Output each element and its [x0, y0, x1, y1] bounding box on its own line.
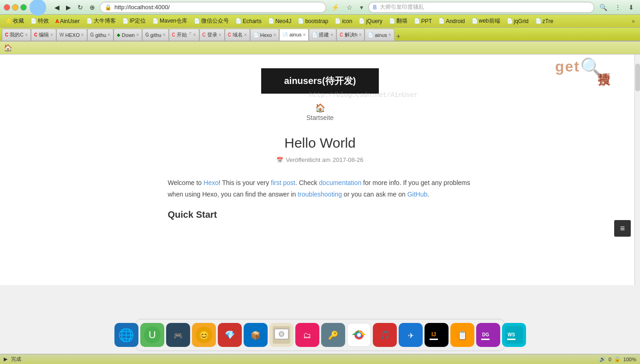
tab-myc[interactable]: C 我的C ×: [2, 29, 31, 41]
bookmark-fanqiang[interactable]: 📄 翻墙: [386, 16, 410, 26]
dock-intellij[interactable]: IJ: [425, 323, 449, 347]
tab-close-btn[interactable]: ×: [273, 32, 276, 37]
bookmark-daniu[interactable]: 📄 大牛博客: [84, 16, 119, 26]
tab-domain[interactable]: C 域名 ×: [225, 29, 250, 41]
documentation-link[interactable]: documentation: [319, 179, 361, 186]
tab-start[interactable]: C 开始「 ×: [169, 29, 199, 41]
startseite-link[interactable]: Startseite: [306, 114, 334, 121]
home-button[interactable]: 🏠: [4, 44, 12, 52]
tab-favicon: W: [60, 32, 64, 37]
dock-virtualbox[interactable]: 📦: [244, 323, 268, 347]
bookmark-effects[interactable]: 📄 特效: [28, 16, 52, 26]
bookmark-jquery[interactable]: 📄 jQuery: [356, 17, 385, 25]
back-button[interactable]: ◀: [53, 3, 61, 12]
search-button[interactable]: 🔍: [597, 3, 610, 12]
svg-text:📦: 📦: [251, 330, 261, 340]
tab-github2[interactable]: G githu ×: [142, 29, 168, 41]
dock-utraeditor[interactable]: U: [140, 323, 164, 347]
tab-close-btn[interactable]: ×: [50, 32, 53, 37]
new-tab-button[interactable]: +: [395, 32, 402, 41]
dock-app4[interactable]: 😊: [192, 323, 216, 347]
download-button[interactable]: ⬇: [626, 3, 636, 12]
tab-favicon: C: [228, 32, 231, 37]
github-link[interactable]: GitHub: [407, 191, 428, 198]
bookmark-ppt[interactable]: 📄 PPT: [411, 17, 435, 25]
dock-keka[interactable]: 🗂: [295, 323, 319, 347]
bookmark-wechat[interactable]: 📄 微信公众号: [191, 16, 232, 26]
avatar: [30, 0, 46, 16]
tab-ainusers[interactable]: 📄 ainus ×: [279, 29, 309, 41]
tab-solve[interactable]: C 解决h ×: [336, 29, 365, 41]
tab-close-btn[interactable]: ×: [193, 32, 196, 37]
address-bar[interactable]: 🔒 http://localhost:4000/: [100, 2, 326, 13]
hexo-link[interactable]: Hexo: [203, 179, 219, 186]
bookmark-label: jqGrid: [514, 18, 529, 24]
bookmark-ip[interactable]: 📄 IP定位: [120, 16, 149, 26]
tab-login[interactable]: C 登录 ×: [199, 29, 225, 41]
post-date: 2017-08-26: [333, 156, 364, 163]
tab-close-btn[interactable]: ×: [389, 32, 391, 37]
minimize-window-btn[interactable]: [12, 4, 18, 11]
tab-hexo2[interactable]: 📄 Hexo ×: [250, 29, 280, 41]
bookmark-neo4j[interactable]: 📄 Neo4J: [265, 17, 294, 25]
dock-steam[interactable]: 🎮: [166, 323, 190, 347]
lightning-btn[interactable]: ⚡: [329, 3, 341, 12]
tab-close-btn[interactable]: ×: [219, 32, 221, 37]
bookmark-android[interactable]: 📄 Android: [436, 17, 467, 25]
bookmark-maven[interactable]: 📄 Maven仓库: [150, 16, 190, 26]
bookmark-jqgrid[interactable]: 📄 jqGrid: [504, 17, 532, 25]
tab-close-btn[interactable]: ×: [163, 32, 166, 37]
search-bar[interactable]: B 大师引发印度骚乱: [368, 2, 595, 13]
close-window-btn[interactable]: [4, 4, 10, 11]
dock-datagrip[interactable]: DG: [476, 323, 500, 347]
tab-close-btn[interactable]: ×: [25, 32, 28, 37]
dock-dingtalk[interactable]: ✈: [399, 323, 423, 347]
dock-ruby[interactable]: 💎: [218, 323, 242, 347]
dock-copyclip[interactable]: 📋: [450, 323, 474, 347]
tab-close-btn[interactable]: ×: [136, 32, 139, 37]
tab-close-btn[interactable]: ×: [81, 32, 84, 37]
reload-button[interactable]: ↻: [76, 3, 85, 12]
maven-icon: 📄: [152, 18, 159, 24]
tab-close-btn[interactable]: ×: [108, 32, 110, 37]
tab-setup[interactable]: 📄 搭建 ×: [309, 29, 336, 41]
star-btn[interactable]: ☆: [344, 3, 355, 12]
troubleshooting-link[interactable]: troubleshooting: [298, 191, 342, 198]
maximize-window-btn[interactable]: [20, 4, 27, 11]
first-post-link[interactable]: first post: [271, 179, 295, 186]
svg-text:DG: DG: [482, 332, 489, 337]
tab-close-btn[interactable]: ×: [359, 32, 362, 37]
scrollbar[interactable]: [634, 54, 640, 285]
bookmark-label: jQuery: [366, 18, 382, 24]
bookmark-label: bootstrap: [305, 18, 328, 24]
dock-chrome[interactable]: [347, 323, 371, 347]
dock-capture[interactable]: [269, 323, 293, 347]
dock-keychain[interactable]: 🔑: [321, 323, 345, 347]
bookmark-collect[interactable]: ⭐ 收藏: [3, 16, 27, 26]
tab-edit[interactable]: C 编辑 ×: [31, 29, 56, 41]
bookmark-echarts[interactable]: 📄 Echarts: [233, 17, 264, 25]
dock-netease[interactable]: 🎵: [373, 323, 397, 347]
system-tray: 🔊 0 🔒 100%: [599, 356, 636, 362]
tab-close-btn[interactable]: ×: [303, 32, 306, 37]
bookmark-icon[interactable]: 📄 icon: [332, 17, 355, 25]
menu-fab-button[interactable]: ≡: [614, 220, 631, 237]
tab-hexo[interactable]: W HEXO ×: [56, 29, 87, 41]
bookmark-bootstrap[interactable]: 📄 bootstrap: [295, 17, 331, 25]
nav-extra-button[interactable]: ⊕: [88, 3, 97, 12]
tab-close-btn[interactable]: ×: [244, 32, 247, 37]
tab-down[interactable]: ◆ Down ×: [114, 29, 142, 41]
tab-close-btn[interactable]: ×: [330, 32, 333, 37]
dock-webstorm[interactable]: WS: [502, 323, 526, 347]
bookmarks-more-btn[interactable]: »: [629, 17, 637, 25]
dock-navicat[interactable]: 🌐: [114, 323, 138, 347]
tab-github1[interactable]: G githu ×: [87, 29, 114, 41]
bookmark-ztre[interactable]: 📄 zTre: [532, 17, 556, 25]
nav-dropdown-btn[interactable]: ▾: [358, 3, 365, 12]
forward-button[interactable]: ▶: [64, 3, 73, 12]
bookmark-webfront[interactable]: 📄 web前端: [469, 16, 503, 26]
tab-ainusers2[interactable]: 📄 ainus ×: [365, 29, 394, 41]
bookmark-ainuser[interactable]: A AinUser: [53, 17, 83, 25]
more-menu-button[interactable]: ⋮: [612, 3, 623, 12]
tab-favicon: C: [34, 32, 37, 37]
